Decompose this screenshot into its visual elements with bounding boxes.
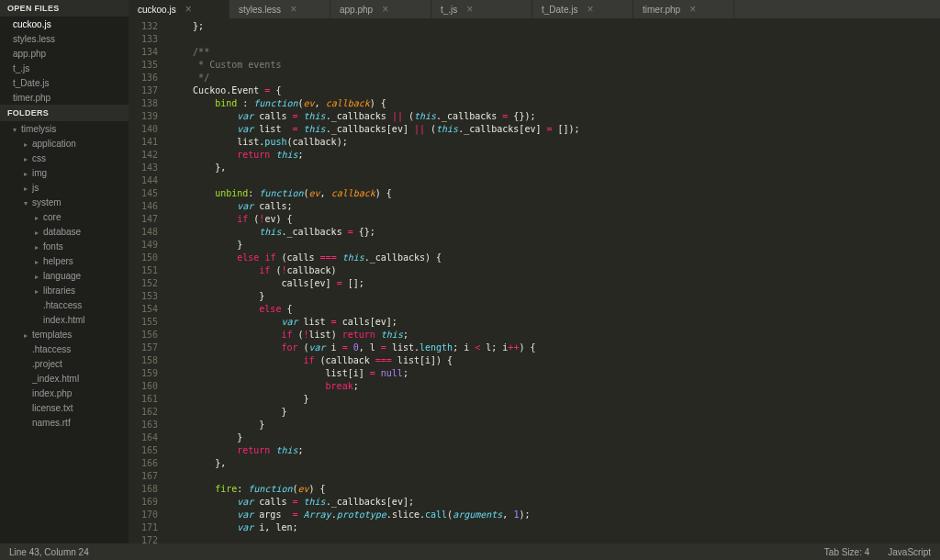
open-file-item[interactable]: cuckoo.js bbox=[0, 17, 129, 31]
code-view[interactable]: }; /** * Custom events */ Cuckoo.Event =… bbox=[165, 18, 940, 543]
file-item[interactable]: index.html bbox=[0, 312, 129, 327]
tab[interactable]: styles.less× bbox=[229, 0, 330, 18]
chevron-down-icon: ▾ bbox=[24, 199, 32, 207]
tab-label: app.php bbox=[340, 5, 373, 15]
open-file-item[interactable]: styles.less bbox=[0, 31, 129, 46]
tab-label: styles.less bbox=[239, 5, 281, 15]
tab[interactable]: t_Date.js× bbox=[532, 0, 633, 18]
cursor-position[interactable]: Line 43, Column 24 bbox=[9, 547, 89, 557]
code-area[interactable]: 132 133 134 135 136 137 138 139 140 141 … bbox=[129, 18, 940, 543]
open-file-item[interactable]: app.php bbox=[0, 46, 129, 61]
chevron-right-icon: ▸ bbox=[35, 243, 43, 252]
line-gutter: 132 133 134 135 136 137 138 139 140 141 … bbox=[129, 18, 165, 543]
tab-label: timer.php bbox=[643, 5, 680, 15]
folder-system[interactable]: ▾system bbox=[0, 195, 129, 209]
file-item[interactable]: .htaccess bbox=[0, 342, 129, 356]
close-icon[interactable]: × bbox=[185, 3, 192, 16]
chevron-right-icon: ▸ bbox=[35, 273, 43, 281]
file-item[interactable]: _index.html bbox=[0, 371, 129, 386]
tab[interactable]: timer.php× bbox=[633, 0, 734, 18]
close-icon[interactable]: × bbox=[689, 3, 696, 16]
folder-root[interactable]: ▾timelysis bbox=[0, 121, 129, 136]
folder-templates[interactable]: ▸templates bbox=[0, 327, 129, 342]
open-file-item[interactable]: timer.php bbox=[0, 90, 129, 105]
tab-label: t_.js bbox=[441, 5, 457, 15]
folder-item[interactable]: ▸helpers bbox=[0, 253, 129, 268]
chevron-right-icon: ▸ bbox=[24, 185, 32, 193]
chevron-right-icon: ▸ bbox=[24, 170, 32, 178]
file-item[interactable]: .htaccess bbox=[0, 297, 129, 312]
folder-item[interactable]: ▸libraries bbox=[0, 283, 129, 297]
open-file-item[interactable]: t_Date.js bbox=[0, 75, 129, 90]
editor-pane: cuckoo.js×styles.less×app.php×t_.js×t_Da… bbox=[129, 0, 940, 543]
tab[interactable]: app.php× bbox=[330, 0, 431, 18]
open-files-header: OPEN FILES bbox=[0, 0, 129, 17]
folder-item[interactable]: ▸core bbox=[0, 209, 129, 224]
tab-size[interactable]: Tab Size: 4 bbox=[824, 547, 869, 557]
status-bar: Line 43, Column 24 Tab Size: 4 JavaScrip… bbox=[0, 543, 940, 560]
folder-item[interactable]: ▸application bbox=[0, 136, 129, 151]
folder-item[interactable]: ▸language bbox=[0, 268, 129, 283]
close-icon[interactable]: × bbox=[466, 3, 473, 16]
close-icon[interactable]: × bbox=[587, 3, 593, 16]
close-icon[interactable]: × bbox=[290, 3, 297, 16]
folder-item[interactable]: ▸css bbox=[0, 151, 129, 165]
folder-item[interactable]: ▸fonts bbox=[0, 239, 129, 253]
file-item[interactable]: .project bbox=[0, 356, 129, 371]
close-icon[interactable]: × bbox=[382, 3, 388, 16]
folder-item[interactable]: ▸img bbox=[0, 165, 129, 180]
file-item[interactable]: names.rtf bbox=[0, 415, 129, 430]
chevron-down-icon: ▾ bbox=[13, 126, 21, 134]
tab[interactable]: cuckoo.js× bbox=[129, 0, 229, 18]
file-item[interactable]: index.php bbox=[0, 386, 129, 400]
chevron-right-icon: ▸ bbox=[35, 258, 43, 266]
folders-header: FOLDERS bbox=[0, 105, 129, 121]
tab-label: cuckoo.js bbox=[138, 5, 176, 15]
file-item[interactable]: license.txt bbox=[0, 400, 129, 415]
sidebar: OPEN FILES cuckoo.jsstyles.lessapp.phpt_… bbox=[0, 0, 129, 543]
chevron-right-icon: ▸ bbox=[35, 229, 43, 237]
tab[interactable]: t_.js× bbox=[431, 0, 532, 18]
folder-item[interactable]: ▸js bbox=[0, 180, 129, 195]
tab-bar: cuckoo.js×styles.less×app.php×t_.js×t_Da… bbox=[129, 0, 940, 18]
chevron-right-icon: ▸ bbox=[24, 331, 32, 340]
chevron-right-icon: ▸ bbox=[35, 214, 43, 222]
folder-item[interactable]: ▸database bbox=[0, 224, 129, 239]
chevron-right-icon: ▸ bbox=[24, 155, 32, 163]
open-file-item[interactable]: t_.js bbox=[0, 61, 129, 75]
tab-label: t_Date.js bbox=[542, 5, 577, 15]
chevron-right-icon: ▸ bbox=[35, 287, 43, 296]
chevron-right-icon: ▸ bbox=[24, 140, 32, 149]
syntax-mode[interactable]: JavaScript bbox=[888, 547, 931, 557]
